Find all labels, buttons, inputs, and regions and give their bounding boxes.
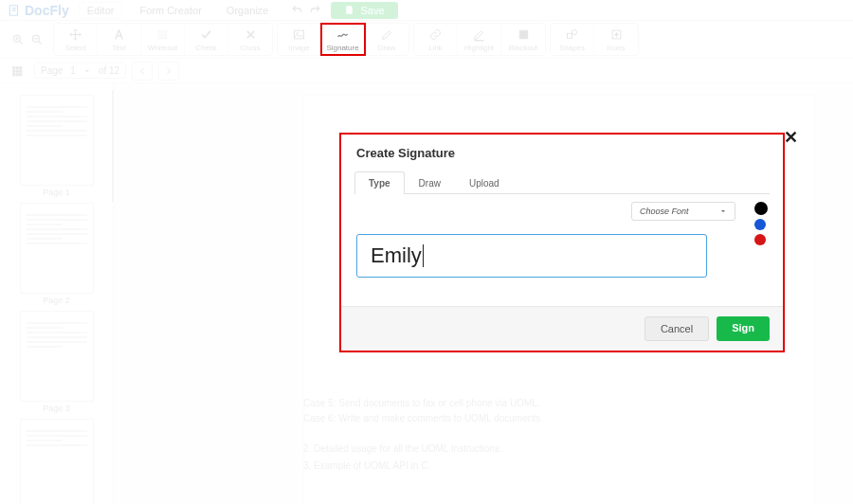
color-picker [754,202,768,245]
svg-line-5 [20,41,23,44]
thumb-page-2[interactable] [20,203,94,294]
svg-rect-26 [20,70,23,73]
tool-link[interactable]: Link [414,24,458,55]
doc-text: 2. Detailed usage for all the UOML Instr… [303,441,796,457]
doc-icon [8,4,21,17]
svg-rect-22 [16,66,19,69]
tab-upload[interactable]: Upload [455,171,514,194]
svg-rect-11 [158,30,167,39]
svg-rect-24 [13,70,16,73]
svg-rect-23 [20,66,23,69]
tool-whiteout[interactable]: Whiteout [141,24,185,55]
tool-image[interactable]: Image [278,24,321,55]
tab-type[interactable]: Type [354,171,405,194]
thumb-page-1[interactable] [20,95,94,186]
tool-signature[interactable]: Signature [321,24,365,55]
tool-blackout[interactable]: Blackout [501,24,545,55]
svg-rect-3 [348,6,352,8]
tool-check[interactable]: Check [185,24,228,55]
undo-icon[interactable] [291,4,303,16]
thumb-label: Page 2 [0,296,113,305]
page-next-button[interactable] [158,62,179,81]
color-black[interactable] [754,202,768,215]
tool-select[interactable]: Select [54,24,98,55]
signature-modal: Create Signature Type Draw Upload Choose… [339,133,785,352]
brand-logo: DocFly [8,3,69,18]
caret-down-icon [719,207,727,215]
tool-shapes[interactable]: Shapes [551,24,594,55]
nav-editor[interactable]: Editor [79,2,123,19]
nav-form-creator[interactable]: Form Creator [132,3,209,18]
modal-tabs: Type Draw Upload [354,171,770,194]
zoom-in-icon[interactable] [11,33,25,46]
caret-down-icon [83,67,91,75]
thumb-page-4[interactable] [20,419,94,504]
signature-modal-wrap: ✕ Create Signature Type Draw Upload Choo… [339,133,785,352]
svg-rect-12 [295,30,304,39]
save-button[interactable]: Save [331,2,397,19]
page-subbar: Page 1 of 12 [0,59,853,83]
svg-rect-15 [519,30,528,39]
thumb-label: Page 3 [0,404,113,413]
tool-icons[interactable]: Icons [594,24,638,55]
doc-text: Case 6: Write and make comments to UOML … [303,411,796,426]
svg-rect-16 [568,33,572,38]
page-selector[interactable]: Page 1 of 12 [34,63,126,79]
thumb-label: Page 1 [0,188,113,197]
font-select[interactable]: Choose Font [631,202,735,221]
top-bar: DocFly Editor Form Creator Organize Save [0,0,853,21]
doc-text: 3. Example of UOML API in C. [303,459,796,474]
zoom-out-icon[interactable] [30,33,44,46]
page-prev-button[interactable] [132,62,153,81]
nav-organize[interactable]: Organize [219,3,277,18]
svg-rect-29 [20,73,23,76]
signature-input[interactable]: Emily [356,234,707,278]
grid-icon[interactable] [11,65,23,77]
modal-title: Create Signature [341,135,783,171]
doc-text: Case 5: Send documents to fax or cell ph… [303,396,796,411]
color-red[interactable] [754,234,766,245]
svg-rect-25 [16,70,19,73]
modal-footer: Cancel Sign [341,306,783,351]
redo-icon[interactable] [309,4,321,16]
svg-line-9 [39,41,42,44]
tool-text[interactable]: Text [98,24,141,55]
sign-button[interactable]: Sign [717,316,770,341]
thumb-page-3[interactable] [20,311,94,402]
close-icon[interactable]: ✕ [784,127,798,148]
tool-draw[interactable]: Draw [365,24,408,55]
cancel-button[interactable]: Cancel [644,316,709,341]
save-icon [344,5,354,15]
toolbar: Select Text Whiteout Check Cross Image S… [0,21,853,59]
svg-rect-21 [13,66,16,69]
tool-highlight[interactable]: Highlight [458,24,501,55]
svg-rect-27 [13,73,16,76]
color-blue[interactable] [754,219,766,230]
tab-draw[interactable]: Draw [405,171,455,194]
svg-point-17 [572,29,577,34]
svg-rect-28 [16,73,19,76]
tool-cross[interactable]: Cross [228,24,272,55]
thumbnail-panel: Page 1 Page 2 Page 3 Page 4 [0,83,114,504]
